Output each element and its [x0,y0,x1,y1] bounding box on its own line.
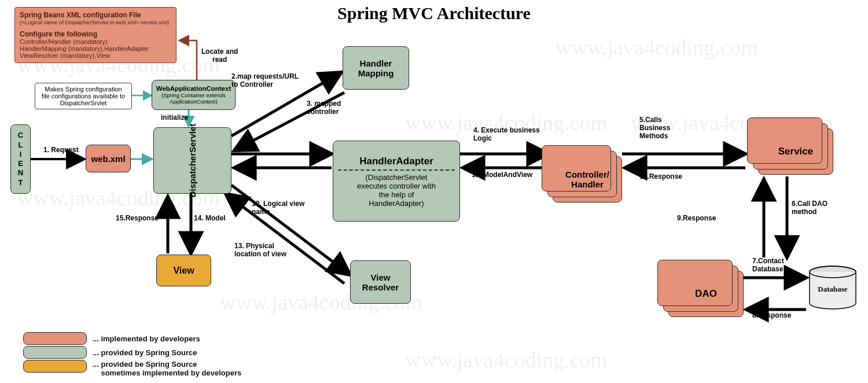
client-box: C L I E N T [10,124,31,194]
config-note: Spring Beans XML configuration File (<Lo… [14,7,176,63]
label-7: 7.Contact Database [752,257,784,273]
handler-adapter-box: HandlerAdapter (DispatcherServlet execut… [333,141,460,222]
label-10: 10.Response [639,172,682,181]
config-h1-sub: (<Logical name of DispatcherServlet in w… [20,19,171,25]
label-4: 4. Execute business Logic [473,126,540,142]
legend-spring-text: ... provided by Spring Source [93,348,197,357]
service-box: Service [758,128,833,175]
label-13: 13. Physical location of view [234,242,286,258]
label-12: 12. Logical view name [252,200,304,216]
config-h1: Spring Beans XML configuration File [20,11,171,19]
label-14: 14. Model [194,214,226,222]
webxml-box: web.xml [86,145,131,172]
legend-mixed-text: ... provided be Spring Source sometimes … [93,360,241,377]
dao-box: DAO [668,271,744,317]
config-h2: Configure the following [20,30,171,38]
controller-box: Controller/ Handler [553,156,622,202]
wac-title: WebApplicationContext [156,85,231,92]
watermark: www.java4coding.com [405,347,608,373]
handler-mapping-box: Handler Mapping [343,46,409,90]
label-6: 6.Call DAO method [792,200,827,216]
database-label: Database [807,285,858,294]
label-1: 1. Request [43,146,79,154]
wac-sub: (Spring Container extends ApplicationCon… [161,92,225,105]
label-11: 11. ModelAndView [472,171,532,179]
label-5: 5.Calls Business Methods [639,116,670,140]
label-15: 15.Response [116,214,159,222]
wac-note: Makes Spring configuration file configur… [35,83,132,109]
dispatcher-label: DispatcherServlet [187,124,197,198]
legend-mixed: ... provided be Spring Source sometimes … [23,360,241,377]
label-8: 8.Response [752,311,791,319]
label-9: 9.Response [677,214,716,222]
legend-dev: ... implemented by developers [23,332,241,345]
label-2: 2.map requests/URL to Controller [231,72,299,89]
wac-box: WebApplicationContext (Spring Container … [152,80,236,110]
legend-spring: ... provided by Spring Source [23,346,241,359]
label-initialize: initialize [161,113,188,121]
dispatcher-box: DispatcherServlet [153,127,231,194]
handler-adapter-title: HandlerAdapter [359,156,433,167]
watermark: www.java4coding.com [556,35,758,60]
config-lines: Controller/Handler (mandatory) HandlerMa… [20,38,171,59]
handler-adapter-sub: (DispatcherServlet executes controller w… [357,173,436,208]
legend-swatch-green [23,346,87,359]
view-resolver-box: View Resolver [350,260,411,304]
legend: ... implemented by developers ... provid… [23,331,241,378]
legend-dev-text: ... implemented by developers [93,334,200,343]
view-box: View [156,255,211,286]
label-3: 3. mapped controller [307,100,341,116]
database-box: Database [807,265,858,311]
legend-swatch-red [23,332,87,345]
label-locate-read: Locate and read [201,47,238,64]
wac-note-text: Makes Spring configuration file configur… [42,86,125,106]
legend-swatch-yellow [23,360,87,373]
